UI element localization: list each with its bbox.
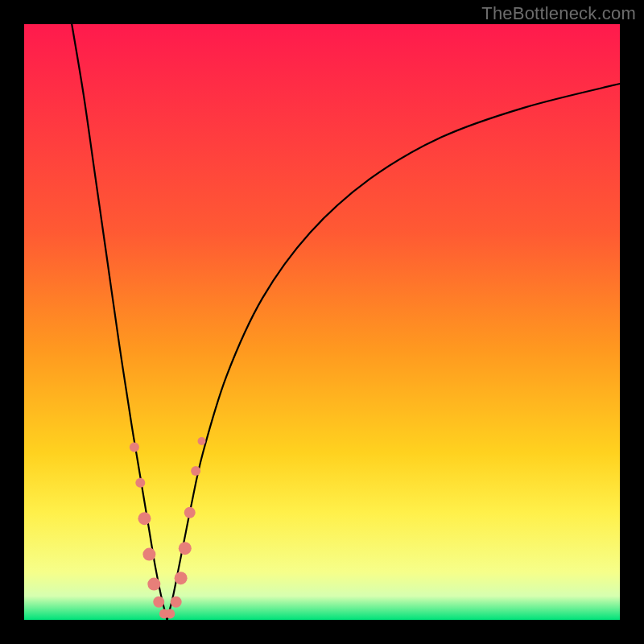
watermark-text: TheBottleneck.com: [481, 3, 636, 24]
marker-point: [147, 578, 160, 591]
marker-point: [153, 597, 164, 608]
marker-point: [179, 542, 192, 555]
marker-point: [191, 466, 200, 476]
marker-point: [142, 548, 155, 561]
marker-point: [184, 507, 196, 518]
marker-point: [198, 437, 206, 445]
gradient-plot-area: [24, 24, 620, 620]
marker-point: [175, 572, 188, 584]
curve-right-branch: [167, 84, 620, 620]
marker-point: [138, 512, 151, 525]
marker-point: [135, 478, 145, 488]
marker-point: [130, 442, 139, 452]
marker-point: [171, 597, 182, 608]
marker-point: [165, 609, 175, 619]
curve-left-branch: [72, 24, 167, 620]
outer-frame: TheBottleneck.com: [0, 0, 644, 644]
curve-layer: [24, 24, 620, 620]
